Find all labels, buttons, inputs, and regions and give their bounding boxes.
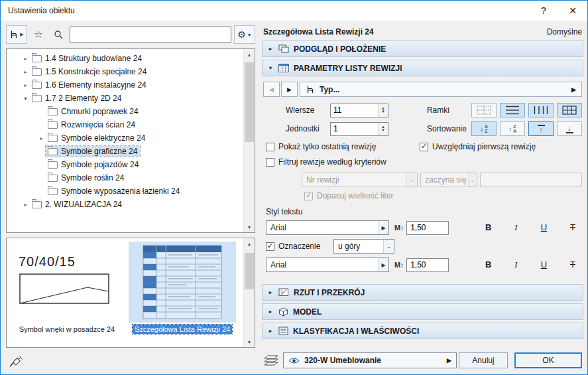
- tree-item[interactable]: Symbole wyposażenia łazienki 24: [7, 185, 243, 198]
- sort-top-button[interactable]: ↑: [528, 121, 554, 136]
- revision-list-icon: [278, 64, 289, 72]
- tree-item[interactable]: Symbole roślin 24: [7, 171, 243, 185]
- section-classification[interactable]: ▸ KLASYFIKACJA I WŁAŚCIWOŚCI: [262, 323, 583, 339]
- arrow-up-icon: ↑: [508, 125, 512, 133]
- checkbox-marker[interactable]: ✓: [266, 242, 274, 251]
- chevron-right-icon[interactable]: ▸: [21, 69, 30, 75]
- frame-horizontal-button[interactable]: [500, 103, 525, 117]
- frame-vertical-button[interactable]: [528, 103, 554, 117]
- thumbnail-text: 70/40/15: [19, 254, 76, 269]
- frame-none-button[interactable]: [471, 103, 497, 117]
- folder-view-button[interactable]: ▶: [6, 25, 27, 44]
- chevron-right-icon[interactable]: ▸: [37, 135, 46, 141]
- align-top-icon: ↑: [538, 125, 545, 133]
- font-size-input-2[interactable]: [407, 259, 448, 271]
- checkbox-include-first-revision[interactable]: ✓: [420, 143, 428, 151]
- tree-item[interactable]: Rozwinięcia ścian 24: [7, 118, 243, 131]
- scroll-up-icon[interactable]: ▲: [244, 238, 255, 249]
- bold-button[interactable]: B: [485, 260, 491, 270]
- settings-menu-button[interactable]: ⚙ ▼: [234, 25, 255, 44]
- strikethrough-button[interactable]: T: [570, 260, 575, 270]
- tree-item[interactable]: ▸ Symbole elektryczne 24: [7, 131, 243, 145]
- frame-grid-button[interactable]: [557, 103, 582, 117]
- next-page-button[interactable]: ▶: [281, 82, 298, 97]
- sort-bottom-button[interactable]: ↓: [557, 121, 582, 136]
- bold-button[interactable]: B: [485, 222, 491, 233]
- chevron-right-icon[interactable]: ▶: [378, 221, 388, 234]
- checkbox-show-last-revision[interactable]: [266, 143, 274, 151]
- settings-panel: Szczegółowa Lista Rewizji 24 Domyślne ▸ …: [262, 27, 583, 370]
- preview-item-revision-list[interactable]: Szczegółowa Lista Rewizji 24: [125, 242, 240, 334]
- search-button[interactable]: [50, 25, 67, 44]
- tree-item[interactable]: ▸ 1.5 Konstrukcje specjalne 24: [7, 65, 243, 78]
- preview-thumbnail: [129, 242, 236, 323]
- font-family-combo-1[interactable]: Arial ▶: [266, 220, 389, 235]
- chevron-right-icon[interactable]: ▸: [21, 82, 30, 88]
- tree-item[interactable]: ▸ 2. WIZUALIZACJA 24: [7, 198, 243, 211]
- chevron-right-icon[interactable]: ▸: [21, 56, 30, 62]
- close-button[interactable]: ✕: [558, 1, 587, 21]
- checkbox-label: Filtruj rewizje według kryteriów: [278, 157, 386, 167]
- model-cube-icon: [278, 307, 288, 317]
- filter-field-combo: Nr rewizji ⌄: [302, 173, 418, 187]
- layer-settings-button[interactable]: [262, 353, 280, 368]
- chevron-right-icon[interactable]: ▶: [378, 258, 388, 271]
- tree-item-label: Symbole roślin 24: [61, 173, 124, 183]
- favorites-button[interactable]: ☆: [30, 25, 47, 44]
- tree-item[interactable]: ▸ 1.6 Elementy instalacyjne 24: [7, 78, 243, 92]
- text-height-icon: M↕: [394, 224, 404, 232]
- scrollbar-thumb[interactable]: [245, 62, 254, 142]
- ok-button[interactable]: OK: [514, 352, 582, 368]
- marker-position-dropdown[interactable]: u góry ⌄: [333, 239, 394, 254]
- units-spinner[interactable]: ▲▼: [378, 123, 388, 135]
- library-tree: ▸ 1.4 Struktury budowlane 24 ▸ 1.5 Konst…: [6, 48, 255, 233]
- cancel-button[interactable]: Anuluj: [459, 352, 508, 368]
- font-family-combo-2[interactable]: Arial ▶: [266, 258, 389, 272]
- chevron-down-icon[interactable]: ▾: [21, 96, 30, 102]
- sort-descending-button[interactable]: ↑ ZA: [500, 121, 525, 136]
- tree-item[interactable]: Symbole pojazdów 24: [7, 158, 243, 171]
- inject-parameters-button[interactable]: [6, 354, 26, 370]
- folder-icon: [32, 201, 42, 208]
- italic-button[interactable]: I: [514, 260, 517, 270]
- folder-icon: [48, 175, 58, 182]
- checkbox-label: Uwzględniaj pierwszą rewizję: [432, 142, 536, 151]
- section-preview-position[interactable]: ▸ PODGLĄD I POŁOŻENIE: [262, 40, 583, 57]
- underline-button[interactable]: U: [541, 260, 547, 270]
- tree-scrollbar[interactable]: ▲ ▼: [243, 49, 255, 232]
- search-input[interactable]: [70, 27, 231, 42]
- rows-label: Wiersze: [286, 106, 330, 115]
- preview-item-floor-recess[interactable]: 70/40/15 Symbol wnęki w posadzce 24: [9, 242, 125, 334]
- checkbox-filter-revisions[interactable]: [266, 158, 274, 167]
- preview-scrollbar[interactable]: ▲ ▼: [243, 238, 255, 347]
- previous-page-button: ◀: [263, 82, 280, 97]
- scroll-up-icon[interactable]: ▲: [244, 49, 255, 60]
- type-selector[interactable]: Typ... ▶: [300, 82, 582, 97]
- layer-dropdown[interactable]: 320-W Umeblowanie ▶: [283, 352, 457, 368]
- underline-button[interactable]: U: [541, 222, 547, 233]
- strikethrough-button[interactable]: T: [570, 222, 575, 233]
- italic-button[interactable]: I: [514, 222, 517, 233]
- section-model[interactable]: ▸ MODEL: [262, 303, 583, 320]
- rows-input[interactable]: [331, 104, 378, 117]
- help-button[interactable]: ?: [529, 1, 558, 21]
- tree-item[interactable]: ▾ 1.7 2 Elementy 2D 24: [7, 92, 243, 105]
- chevron-right-icon: ▶: [20, 32, 23, 37]
- tree-item-label: 1.5 Konstrukcje specjalne 24: [45, 67, 147, 76]
- chevron-right-icon[interactable]: ▶: [571, 86, 576, 93]
- font-size-input-1[interactable]: [407, 222, 448, 234]
- rows-spinner[interactable]: ▲▼: [378, 104, 388, 117]
- section-revision-list-parameters[interactable]: ▾ PARAMETRY LISTY REWIZJI: [262, 60, 583, 76]
- sort-ascending-button[interactable]: ↓ AZ: [471, 121, 497, 136]
- folder-icon: [48, 161, 58, 169]
- units-input[interactable]: [331, 123, 378, 135]
- tree-item[interactable]: ▸ 1.4 Struktury budowlane 24: [7, 52, 243, 65]
- chevron-right-icon[interactable]: ▸: [21, 202, 30, 208]
- section-plan-and-section[interactable]: ▸ RZUT I PRZEKRÓJ: [262, 284, 583, 301]
- tree-item[interactable]: Chmurki poprawek 24: [7, 105, 243, 118]
- font-size-field-2: [406, 258, 449, 272]
- scrollbar-thumb[interactable]: [245, 253, 254, 289]
- scroll-down-icon[interactable]: ▼: [244, 337, 255, 347]
- tree-item-selected[interactable]: Symbole graficzne 24: [7, 145, 243, 158]
- scroll-down-icon[interactable]: ▼: [244, 222, 255, 232]
